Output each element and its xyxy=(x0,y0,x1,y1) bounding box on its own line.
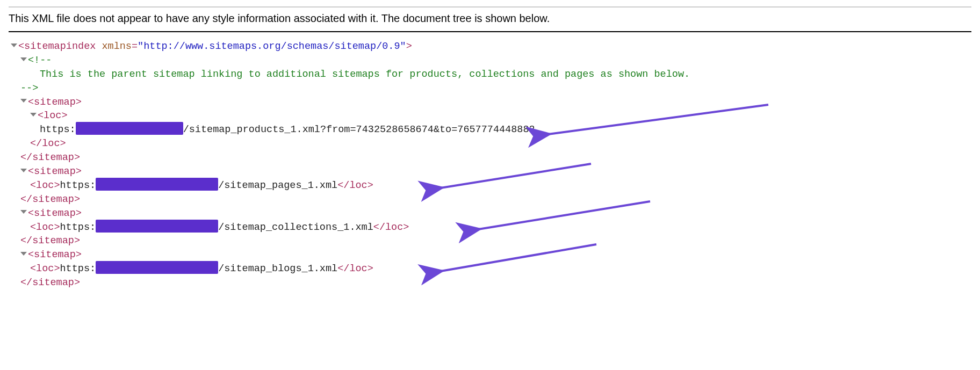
sitemap-open: <sitemap> xyxy=(28,166,82,177)
loc-close: </loc> xyxy=(373,222,409,233)
attr-value: http://www.sitemaps.org/schemas/sitemap/… xyxy=(143,41,400,52)
notice-text: This XML file does not appear to have an… xyxy=(9,12,550,24)
root-open-row[interactable]: <sitemapindex xmlns="http://www.sitemaps… xyxy=(11,40,980,54)
url-prefix: https: xyxy=(60,263,96,274)
redaction-block xyxy=(96,178,218,191)
loc-close: </loc> xyxy=(30,137,980,151)
sitemap-open: <sitemap> xyxy=(28,97,82,108)
redaction-block xyxy=(96,261,218,274)
sitemap-row[interactable]: <sitemap> xyxy=(20,207,980,221)
expand-icon[interactable] xyxy=(11,43,17,47)
comment-open: <!-- xyxy=(28,55,52,66)
loc-open: <loc> xyxy=(30,263,60,274)
url-suffix: /sitemap_pages_1.xml xyxy=(218,180,337,191)
sitemap-open: <sitemap> xyxy=(28,208,82,219)
loc-row: <loc>https:/sitemap_collections_1.xml</l… xyxy=(30,221,980,235)
expand-icon[interactable] xyxy=(20,99,27,103)
loc-close: </loc> xyxy=(337,263,373,274)
loc-open: <loc> xyxy=(38,110,68,121)
root-open-tag: <sitemapindex xyxy=(18,41,96,52)
url-prefix: https: xyxy=(60,222,96,233)
sitemap-close: </sitemap> xyxy=(20,193,980,207)
sitemap-close: </sitemap> xyxy=(20,276,980,290)
redaction-block xyxy=(76,122,183,135)
loc-close: </loc> xyxy=(337,180,373,191)
expand-icon[interactable] xyxy=(20,252,27,256)
comment-body: This is the parent sitemap linking to ad… xyxy=(40,68,980,82)
loc-open-row[interactable]: <loc> xyxy=(30,109,980,123)
url-prefix: https: xyxy=(60,180,96,191)
attr-name: xmlns xyxy=(102,41,132,52)
url-suffix: /sitemap_products_1.xml?from=74325286586… xyxy=(183,124,535,135)
xml-tree: <sitemapindex xmlns="http://www.sitemaps… xyxy=(11,40,980,290)
sitemap-close: </sitemap> xyxy=(20,234,980,248)
expand-icon[interactable] xyxy=(30,113,37,117)
loc-row: <loc>https:/sitemap_blogs_1.xml</loc> xyxy=(30,262,980,276)
sitemap-close: </sitemap> xyxy=(20,151,980,165)
loc-url-row: https:/sitemap_products_1.xml?from=74325… xyxy=(40,123,980,137)
sitemap-open: <sitemap> xyxy=(28,249,82,260)
url-suffix: /sitemap_collections_1.xml xyxy=(218,222,373,233)
url-suffix: /sitemap_blogs_1.xml xyxy=(218,263,337,274)
sitemap-row[interactable]: <sitemap> xyxy=(20,96,980,110)
xml-notice: This XML file does not appear to have an… xyxy=(9,6,971,32)
comment-close: --> xyxy=(20,82,980,96)
comment-open-row[interactable]: <!-- xyxy=(20,54,980,68)
loc-row: <loc>https:/sitemap_pages_1.xml</loc> xyxy=(30,179,980,193)
expand-icon[interactable] xyxy=(20,57,27,61)
url-prefix: https: xyxy=(40,124,76,135)
loc-open: <loc> xyxy=(30,222,60,233)
redaction-block xyxy=(96,220,218,233)
expand-icon[interactable] xyxy=(20,210,27,214)
sitemap-row[interactable]: <sitemap> xyxy=(20,248,980,262)
expand-icon[interactable] xyxy=(20,169,27,172)
loc-open: <loc> xyxy=(30,180,60,191)
sitemap-row[interactable]: <sitemap> xyxy=(20,165,980,179)
